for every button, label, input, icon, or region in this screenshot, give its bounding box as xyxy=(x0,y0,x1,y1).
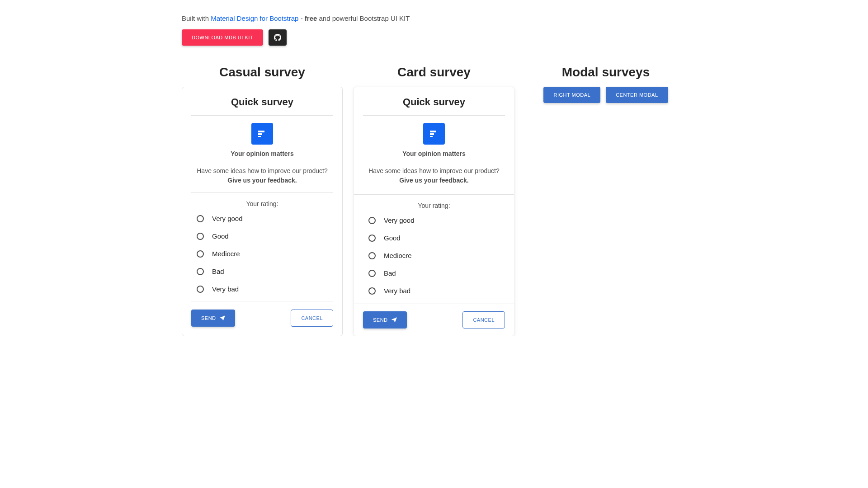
paper-plane-icon xyxy=(392,317,397,323)
improve-text-strong: Give us your feedback. xyxy=(227,177,297,184)
poll-icon-box xyxy=(423,123,445,145)
svg-rect-0 xyxy=(258,131,264,132)
github-button[interactable] xyxy=(269,29,287,46)
improve-text-strong: Give us your feedback. xyxy=(399,177,468,184)
header-strong: free xyxy=(305,14,317,22)
card-survey-title: Card survey xyxy=(354,65,514,80)
radio-icon xyxy=(197,250,204,258)
mdb-link[interactable]: Material Design for Bootstrap xyxy=(211,14,298,22)
rating-option-label: Good xyxy=(384,234,401,242)
rating-option-label: Very good xyxy=(384,216,415,224)
casual-survey-title: Casual survey xyxy=(182,65,343,80)
radio-icon xyxy=(368,287,376,295)
modal-surveys-title: Modal surveys xyxy=(525,65,686,80)
card-survey-heading: Quick survey xyxy=(363,96,505,116)
rating-option-mediocre[interactable]: Mediocre xyxy=(197,250,328,258)
poll-icon xyxy=(429,128,439,139)
svg-rect-5 xyxy=(430,136,433,137)
download-button[interactable]: DOWNLOAD MDB UI KIT xyxy=(182,29,263,46)
rating-option-very-bad[interactable]: Very bad xyxy=(368,287,500,295)
rating-label: Your rating: xyxy=(363,202,505,209)
svg-rect-2 xyxy=(258,136,261,137)
rating-option-bad[interactable]: Bad xyxy=(368,269,500,277)
send-button[interactable]: SEND xyxy=(191,310,235,327)
cancel-button[interactable]: CANCEL xyxy=(291,310,333,327)
radio-icon xyxy=(368,270,376,277)
opinion-text: Your opinion matters xyxy=(363,150,505,157)
rating-option-label: Good xyxy=(212,232,229,240)
radio-icon xyxy=(197,286,204,293)
improve-text: Have some ideas how to improve our produ… xyxy=(191,166,333,185)
rating-option-very-good[interactable]: Very good xyxy=(197,215,328,222)
improve-text-main: Have some ideas how to improve our produ… xyxy=(368,167,499,174)
improve-text-main: Have some ideas how to improve our produ… xyxy=(197,167,327,174)
rating-option-good[interactable]: Good xyxy=(368,234,500,242)
rating-option-label: Very good xyxy=(212,215,243,222)
right-modal-button[interactable]: RIGHT MODAL xyxy=(543,87,600,103)
rating-option-mediocre[interactable]: Mediocre xyxy=(368,252,500,259)
github-icon xyxy=(274,34,281,41)
rating-option-label: Bad xyxy=(384,269,396,277)
send-button-label: SEND xyxy=(373,317,388,323)
radio-icon xyxy=(368,217,376,224)
radio-icon xyxy=(197,215,204,222)
header-suffix: and powerful Bootstrap UI KIT xyxy=(319,14,410,22)
page-header: Built with Material Design for Bootstrap… xyxy=(182,0,686,54)
cancel-button[interactable]: CANCEL xyxy=(462,311,505,328)
radio-icon xyxy=(368,252,376,259)
casual-survey-heading: Quick survey xyxy=(191,96,333,116)
rating-option-good[interactable]: Good xyxy=(197,232,328,240)
poll-icon-box xyxy=(251,123,273,145)
rating-option-label: Very bad xyxy=(384,287,410,295)
send-button-label: SEND xyxy=(201,315,216,321)
rating-label: Your rating: xyxy=(191,200,333,207)
rating-option-very-good[interactable]: Very good xyxy=(368,216,500,224)
card-survey-box: Quick survey Your opinion matters Have s… xyxy=(354,87,514,336)
rating-options: Very good Good Mediocre Bad Very bad xyxy=(191,215,333,293)
header-prefix: Built with xyxy=(182,14,211,22)
casual-survey-box: Quick survey Your opinion matters Have s… xyxy=(182,87,343,336)
svg-rect-1 xyxy=(258,133,262,135)
rating-options: Very good Good Mediocre Bad Very bad xyxy=(363,216,505,295)
improve-text: Have some ideas how to improve our produ… xyxy=(363,166,505,185)
radio-icon xyxy=(197,233,204,240)
rating-option-label: Mediocre xyxy=(384,252,412,259)
send-button[interactable]: SEND xyxy=(363,311,407,328)
header-text: Built with Material Design for Bootstrap… xyxy=(182,14,686,22)
svg-rect-4 xyxy=(430,133,434,135)
opinion-text: Your opinion matters xyxy=(191,150,333,157)
poll-icon xyxy=(257,128,268,139)
rating-option-label: Mediocre xyxy=(212,250,240,258)
svg-rect-3 xyxy=(430,131,436,132)
header-mid: - xyxy=(301,14,305,22)
rating-option-label: Bad xyxy=(212,267,224,275)
rating-option-label: Very bad xyxy=(212,285,239,293)
radio-icon xyxy=(197,268,204,275)
rating-option-bad[interactable]: Bad xyxy=(197,267,328,275)
paper-plane-icon xyxy=(220,315,225,321)
center-modal-button[interactable]: CENTER MODAL xyxy=(606,87,668,103)
rating-option-very-bad[interactable]: Very bad xyxy=(197,285,328,293)
radio-icon xyxy=(368,235,376,242)
